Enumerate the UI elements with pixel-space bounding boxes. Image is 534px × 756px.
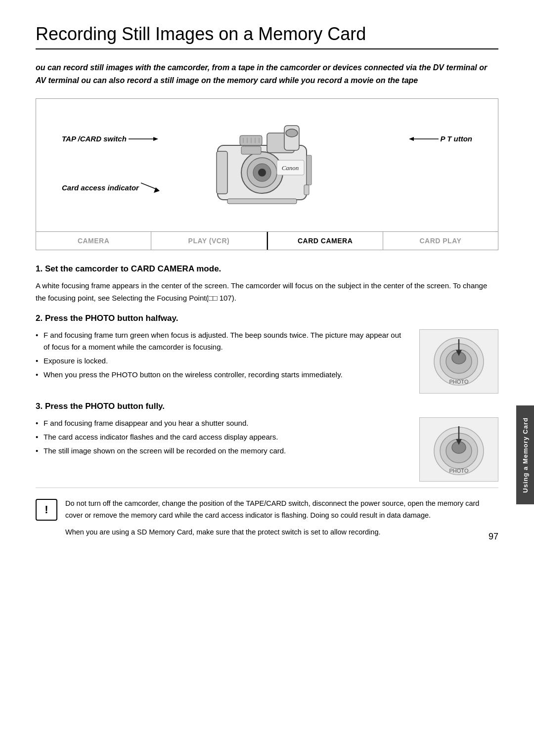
intro-text: ou can record still images with the camc… — [36, 61, 498, 87]
svg-point-17 — [286, 129, 298, 137]
label-card-access: Card access indicator — [62, 180, 161, 195]
svg-text:Canon: Canon — [282, 164, 299, 172]
step3-content: F and focusing frame disappear and you h… — [36, 417, 498, 482]
warning-text-1: Do not turn off the camcorder, change th… — [65, 498, 498, 522]
svg-rect-16 — [241, 146, 261, 154]
tab-card-play[interactable]: CARD PLAY — [383, 232, 498, 250]
tab-card-camera[interactable]: CARD CAMERA — [267, 232, 383, 250]
step2-content: F and focusing frame turn green when foc… — [36, 329, 498, 394]
warning-icon: ! — [36, 499, 57, 521]
step2-bullets: F and focusing frame turn green when foc… — [36, 329, 407, 381]
warning-text: Do not turn off the camcorder, change th… — [65, 498, 498, 538]
page-number: 97 — [489, 532, 498, 542]
tab-play-vcr[interactable]: PLAY (VCR) — [151, 232, 267, 250]
step2-section: 2. Press the PHOTO button halfway. F and… — [36, 313, 498, 394]
step3-bullet1: F and focusing frame disappear and you h… — [36, 417, 407, 429]
step1-heading: 1. Set the camcorder to CARD CAMERA mode… — [36, 264, 498, 274]
svg-text:PHOTO: PHOTO — [449, 379, 469, 385]
camera-diagram: TAP /CARD switch Card access indicator P… — [36, 98, 498, 232]
side-tab-label: Using a Memory Card — [522, 417, 529, 493]
step2-image: PHOTO — [419, 329, 498, 394]
svg-rect-18 — [307, 155, 312, 185]
svg-marker-1 — [153, 137, 158, 141]
step2-bullet1: F and focusing frame turn green when foc… — [36, 329, 407, 353]
svg-point-10 — [258, 169, 266, 177]
step3-bullet3: The still image shown on the screen will… — [36, 445, 407, 457]
warning-box: ! Do not turn off the camcorder, change … — [36, 488, 498, 538]
step3-bullet2: The card access indicator flashes and th… — [36, 431, 407, 443]
warning-text-2: When you are using a SD Memory Card, mak… — [65, 527, 498, 538]
label-tap-card: TAP /CARD switch — [62, 134, 158, 143]
step3-bullets: F and focusing frame disappear and you h… — [36, 417, 407, 457]
svg-marker-5 — [409, 137, 414, 141]
step2-bullet3: When you press the PHOTO button on the w… — [36, 369, 407, 381]
tab-camera[interactable]: CAMERA — [36, 232, 151, 250]
svg-rect-13 — [217, 151, 227, 194]
svg-text:PHOTO: PHOTO — [449, 468, 469, 474]
side-tab: Using a Memory Card — [516, 405, 534, 504]
step1-content: A white focusing frame appears in the ce… — [36, 280, 498, 305]
step3-section: 3. Press the PHOTO button fully. F and f… — [36, 401, 498, 482]
step3-heading: 3. Press the PHOTO button fully. — [36, 401, 498, 411]
step2-heading: 2. Press the PHOTO button halfway. — [36, 313, 498, 323]
step3-image: PHOTO — [419, 417, 498, 482]
step1-text: A white focusing frame appears in the ce… — [36, 280, 498, 305]
page-title: Recording Still Images on a Memory Card — [36, 24, 498, 49]
mode-tabs: CAMERA PLAY (VCR) CARD CAMERA CARD PLAY — [36, 232, 498, 250]
label-photo-button: P T utton — [409, 134, 472, 143]
svg-rect-20 — [227, 199, 297, 204]
step2-bullet2: Exposure is locked. — [36, 355, 407, 367]
svg-rect-19 — [304, 185, 309, 195]
